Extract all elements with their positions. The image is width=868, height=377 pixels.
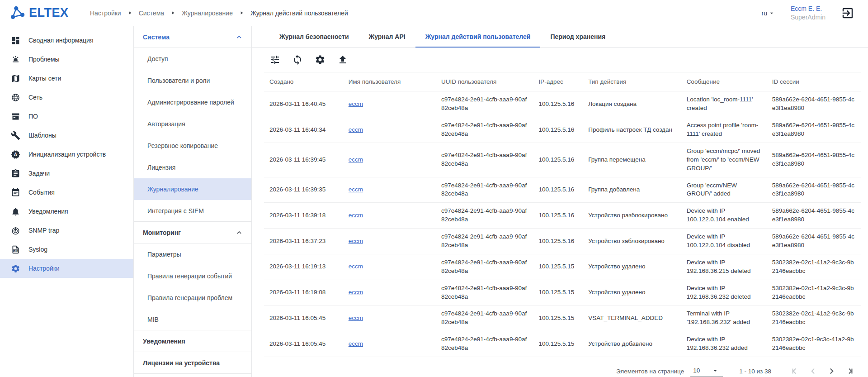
cell-session: 5302382e-02c1-41a2-9c3c-9b2146eacbbc [767, 254, 861, 280]
user-link[interactable]: eccm [349, 212, 363, 219]
settings-item-system-6[interactable]: Журналирование [134, 178, 251, 200]
settings-item-system-3[interactable]: Авторизация [134, 113, 251, 135]
user-link[interactable]: eccm [349, 186, 363, 193]
tab-security-log[interactable]: Журнал безопасности [269, 26, 359, 47]
refresh-button[interactable] [292, 54, 303, 65]
user-actions-table: СозданоИмя пользователяUUID пользователя… [264, 72, 861, 357]
last-page-icon [844, 365, 855, 377]
cell-user: eccm [343, 254, 436, 280]
cell-ip: 100.125.5.16 [533, 143, 583, 177]
logout-button[interactable] [841, 6, 854, 20]
cell-action: Устройство добавлено [583, 331, 681, 357]
user-link[interactable]: eccm [349, 315, 363, 321]
last-page-button[interactable] [844, 365, 855, 377]
tab-user-actions-log[interactable]: Журнал действий пользователей [415, 26, 541, 47]
dashboard-icon [11, 36, 20, 45]
chevron-down-icon [712, 367, 719, 374]
cell-action: Профиль настроек ТД создан [583, 117, 681, 143]
filter-button[interactable] [269, 54, 280, 65]
sidebar-item-problems[interactable]: Проблемы [0, 50, 133, 69]
sidebar-item-events[interactable]: События [0, 183, 133, 202]
sidebar-item-tasks[interactable]: Задачи [0, 164, 133, 183]
gear-icon [315, 54, 326, 65]
sidebar-item-settings[interactable]: Настройки [0, 259, 133, 278]
cell-action: Устройство разблокировано [583, 203, 681, 229]
sidebar-item-snmp-trap[interactable]: SNMP trap [0, 221, 133, 240]
user-link[interactable]: eccm [349, 126, 363, 133]
sidebar-item-label: Syslog [28, 246, 47, 253]
user-link[interactable]: eccm [349, 156, 363, 163]
calendar-icon [11, 188, 20, 197]
cell-created: 2026-03-11 16:40:34 [264, 117, 343, 143]
sidebar-item-network-maps[interactable]: Карты сети [0, 69, 133, 88]
settings-section-system[interactable]: Система [134, 26, 251, 48]
settings-item-system-5[interactable]: Лицензия [134, 157, 251, 178]
cell-message: Device with IP 100.122.0.104 disabled [681, 229, 767, 254]
next-page-button[interactable] [826, 365, 837, 377]
sidebar-item-syslog[interactable]: LOGSyslog [0, 240, 133, 259]
columns-settings-button[interactable] [315, 54, 326, 65]
sidebar-item-label: Задачи [28, 170, 50, 177]
wrench-icon [11, 131, 20, 140]
items-per-page-select[interactable]: 10 [690, 366, 723, 377]
settings-item-monitoring-1[interactable]: Правила генерации событий [134, 265, 251, 287]
settings-item-system-1[interactable]: Пользователи и роли [134, 70, 251, 91]
settings-section-monitoring[interactable]: Мониторинг [134, 222, 251, 243]
export-button[interactable] [337, 54, 348, 65]
settings-section-notifications[interactable]: Уведомления [134, 330, 251, 352]
user-link[interactable]: eccm [349, 289, 363, 296]
cell-session: 5302382e-02c1-9c3c-41a2-9b2146eacbbc [767, 331, 861, 357]
language-selector[interactable]: ru [762, 10, 775, 17]
cell-created: 2026-03-11 16:39:45 [264, 143, 343, 177]
sidebar-item-summary[interactable]: Сводная информация [0, 31, 133, 50]
sidebar-item-label: Сеть [28, 94, 42, 101]
cell-message: Location 'loc_room-1111' created [681, 91, 767, 117]
language-value: ru [762, 10, 767, 17]
settings-item-monitoring-2[interactable]: Правила генерации проблем [134, 287, 251, 309]
user-link[interactable]: eccm [349, 263, 363, 270]
settings-section-device-licenses[interactable]: Лицензии на устройства [134, 352, 251, 374]
settings-item-system-4[interactable]: Резервное копирование [134, 135, 251, 157]
first-page-icon [789, 365, 801, 377]
logout-icon [841, 6, 854, 20]
cell-message: Device with IP 100.122.0.104 enabled [681, 203, 767, 229]
user-block[interactable]: Eccm E. E. SuperAdmin [791, 5, 826, 22]
breadcrumb-item[interactable]: Настройки [90, 10, 121, 17]
breadcrumb-item[interactable]: Журнал действий пользователей [250, 10, 348, 17]
cell-ip: 100.125.5.16 [533, 229, 583, 254]
breadcrumb-item[interactable]: Система [139, 10, 164, 17]
tab-api-log[interactable]: Журнал API [359, 26, 415, 47]
cell-message: Device with IP 192.168.36.232 added [681, 331, 767, 357]
table-row: 2026-03-11 16:37:23eccmc97e4824-2e91-4cf… [264, 229, 861, 254]
cell-session: 589a662e-6204-4651-9855-4ce3f1ea8980 [767, 203, 861, 229]
sidebar-item-device-init[interactable]: AИнициализация устройств [0, 145, 133, 164]
tune-icon [269, 54, 280, 65]
cell-user: eccm [343, 143, 436, 177]
prev-page-button[interactable] [807, 365, 819, 377]
cell-created: 2026-03-11 16:37:23 [264, 229, 343, 254]
first-page-button[interactable] [789, 365, 801, 377]
breadcrumb-item[interactable]: Журналирование [182, 10, 233, 17]
user-name: Eccm E. E. [791, 5, 826, 13]
user-link[interactable]: eccm [349, 340, 363, 347]
tab-retention-period[interactable]: Период хранения [540, 26, 615, 47]
gear-icon [11, 264, 20, 273]
sidebar-item-label: События [28, 189, 55, 196]
settings-item-system-0[interactable]: Доступ [134, 48, 251, 70]
sidebar-item-templates[interactable]: Шаблоны [0, 126, 133, 145]
settings-item-system-2[interactable]: Администрирование паролей [134, 91, 251, 113]
cell-uuid: c97e4824-2e91-4cfb-aaa9-90af82ceb48a [436, 280, 533, 305]
svg-text:A: A [14, 152, 17, 157]
cell-message: Device with IP 192.168.36.232 deleted [681, 280, 767, 305]
sidebar-item-notifications[interactable]: Уведомления [0, 202, 133, 221]
user-link[interactable]: eccm [349, 238, 363, 244]
settings-item-system-7[interactable]: Интеграция с SIEM [134, 200, 251, 222]
sidebar-item-software[interactable]: ПО [0, 107, 133, 126]
cell-created: 2026-03-11 16:05:45 [264, 331, 343, 357]
user-link[interactable]: eccm [349, 100, 363, 107]
items-per-page-label: Элементов на странице [616, 368, 684, 375]
settings-item-monitoring-0[interactable]: Параметры [134, 243, 251, 265]
sidebar-item-network[interactable]: Сеть [0, 88, 133, 107]
settings-item-monitoring-3[interactable]: MIB [134, 309, 251, 330]
cell-message: Group 'eccm/mcpc/' moved from 'eccm/' to… [681, 143, 767, 177]
